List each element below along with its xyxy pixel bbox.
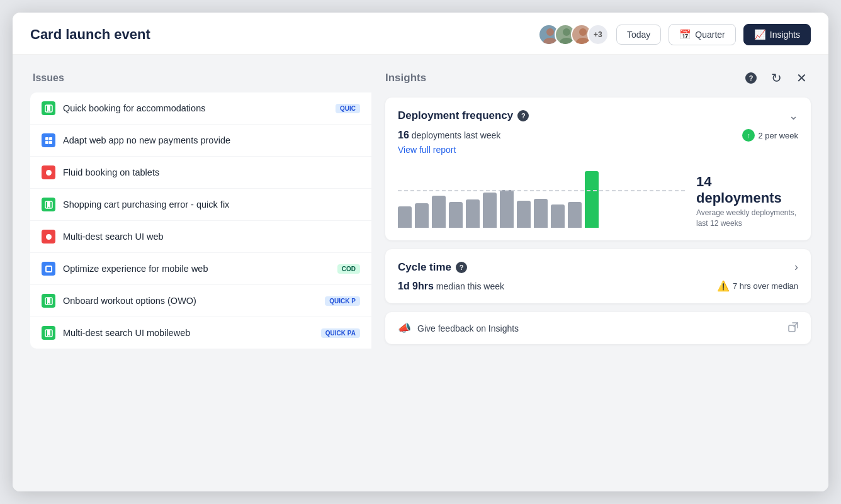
issue-item[interactable]: Onboard workout options (OWO) QUICK P <box>30 285 371 317</box>
svg-rect-14 <box>46 266 52 272</box>
deployment-card-header: Deployment frequency ? ⌄ <box>398 109 798 123</box>
insights-chart-icon: 📈 <box>754 29 766 40</box>
issue-icon-bookmark <box>42 101 55 115</box>
calendar-icon: 📅 <box>679 29 691 40</box>
issue-item[interactable]: Multi-dest search UI web <box>30 221 371 253</box>
cycle-suffix: median this week <box>436 281 504 291</box>
feedback-row[interactable]: 📣 Give feedback on Insights <box>385 312 811 344</box>
page-header: Card launch event <box>13 13 828 55</box>
svg-point-4 <box>579 28 587 36</box>
cycle-title: Cycle time ? <box>398 261 467 274</box>
insights-panel-header: Insights ? ↻ ✕ <box>385 69 811 87</box>
issue-item[interactable]: Quick booking for accommodations QUIC <box>30 92 371 125</box>
issue-item[interactable]: Optimize experience for mobile web COD <box>30 253 371 285</box>
chart-bar <box>551 204 565 228</box>
chart-bar <box>466 199 480 228</box>
insights-panel: Insights ? ↻ ✕ Deployment frequency ? ⌄ <box>371 55 828 491</box>
today-button[interactable]: Today <box>616 25 661 45</box>
issue-item[interactable]: Shopping cart purchasing error - quick f… <box>30 189 371 221</box>
cycle-card-header: Cycle time ? › <box>398 260 798 274</box>
chart-bar <box>585 171 599 228</box>
issue-item[interactable]: Fluid booking on tablets <box>30 157 371 189</box>
issue-icon-bookmark <box>42 326 55 340</box>
issue-text: Multi-dest search UI web <box>63 232 360 242</box>
insights-refresh-button[interactable]: ↻ <box>767 69 786 87</box>
feedback-megaphone-icon: 📣 <box>398 322 411 335</box>
svg-rect-10 <box>49 141 52 144</box>
svg-rect-8 <box>49 137 52 140</box>
svg-point-13 <box>46 234 52 240</box>
issue-badge: COD <box>337 264 360 274</box>
issues-panel: Issues Quick booking for accommodations … <box>13 55 371 491</box>
chart-bar <box>398 206 412 228</box>
chart-bar <box>432 196 446 228</box>
issue-text: Shopping cart purchasing error - quick f… <box>63 199 360 210</box>
chart-bar <box>500 190 514 228</box>
issue-text: Optimize experience for mobile web <box>63 264 330 274</box>
view-full-report-link[interactable]: View full report <box>398 145 456 155</box>
quarter-button[interactable]: 📅 Quarter <box>669 24 735 45</box>
deployment-help-icon[interactable]: ? <box>517 110 529 121</box>
avatar-count[interactable]: +3 <box>587 24 609 45</box>
svg-rect-9 <box>45 141 48 144</box>
issue-icon-split <box>42 133 55 147</box>
insights-help-button[interactable]: ? <box>742 69 760 87</box>
deployment-frequency-card: Deployment frequency ? ⌄ 16 deployments … <box>385 98 811 240</box>
issue-icon-bookmark <box>42 294 55 308</box>
issue-item[interactable]: Multi-dest search UI mobileweb QUICK PA <box>30 317 371 349</box>
chart-bar <box>568 202 582 228</box>
deployment-meta: 16 deployments last week ↑ 2 per week <box>398 129 798 142</box>
cycle-help-icon[interactable]: ? <box>456 262 467 273</box>
cycle-median: 1d 9hrs median this week <box>398 281 504 292</box>
cycle-meta: 1d 9hrs median this week ⚠️ 7 hrs over m… <box>398 280 798 292</box>
main-content: Issues Quick booking for accommodations … <box>13 55 828 491</box>
chart-side-info: 14 deployments Average weekly deployment… <box>685 174 798 229</box>
chart-bar <box>534 199 548 228</box>
insights-close-button[interactable]: ✕ <box>792 69 811 87</box>
issue-badge: QUIC <box>336 104 360 113</box>
svg-rect-7 <box>45 137 48 140</box>
issue-icon-circle <box>42 165 55 179</box>
chart-bars-container <box>398 166 685 229</box>
issue-icon-bookmark <box>42 198 55 211</box>
feedback-left: 📣 Give feedback on Insights <box>398 322 519 335</box>
issue-text: Quick booking for accommodations <box>63 103 328 113</box>
issue-text: Fluid booking on tablets <box>63 167 360 177</box>
deployment-chart: 14 deployments Average weekly deployment… <box>398 166 798 229</box>
chart-bar <box>449 202 463 228</box>
insights-button[interactable]: 📈 Insights <box>743 24 811 45</box>
trend-up-icon: ↑ <box>742 129 755 142</box>
issues-section-title: Issues <box>30 72 371 84</box>
deployment-title: Deployment frequency ? <box>398 109 529 122</box>
quarter-label: Quarter <box>695 30 725 40</box>
svg-point-11 <box>46 170 52 176</box>
help-icon: ? <box>745 72 757 84</box>
feedback-label: Give feedback on Insights <box>417 323 519 333</box>
issue-badge: QUICK PA <box>321 328 360 338</box>
chart-bar <box>415 203 429 228</box>
warning-icon: ⚠️ <box>717 280 730 292</box>
page-title: Card launch event <box>30 26 150 43</box>
deployment-count: 16 deployments last week <box>398 130 500 141</box>
header-actions: +3 Today 📅 Quarter 📈 Insights <box>538 24 811 45</box>
issue-text: Multi-dest search UI mobileweb <box>63 328 313 338</box>
issue-text: Onboard workout options (OWO) <box>63 296 317 306</box>
svg-point-2 <box>563 28 570 36</box>
svg-point-0 <box>546 28 554 36</box>
issue-icon-square <box>42 262 55 276</box>
issue-badge: QUICK P <box>325 296 360 306</box>
cycle-time-card: Cycle time ? › 1d 9hrs median this week … <box>385 249 811 303</box>
insights-panel-title: Insights <box>385 72 426 84</box>
deployment-trend: ↑ 2 per week <box>742 129 798 142</box>
avatar-group: +3 <box>538 24 609 45</box>
issue-item[interactable]: Adapt web app no new payments provide <box>30 125 371 157</box>
deployment-collapse-button[interactable]: ⌄ <box>789 109 798 123</box>
insights-label: Insights <box>770 30 800 40</box>
external-link-icon <box>788 322 798 335</box>
cycle-warning: ⚠️ 7 hrs over median <box>717 280 798 292</box>
chart-bar <box>483 193 497 228</box>
issue-icon-circle <box>42 230 55 244</box>
today-label: Today <box>627 30 650 40</box>
chart-bar <box>517 201 531 228</box>
bars-row <box>398 166 685 229</box>
